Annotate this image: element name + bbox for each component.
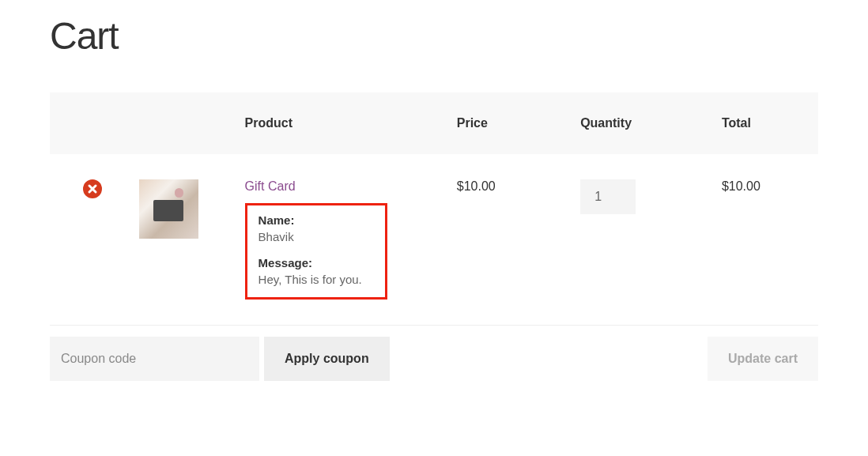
col-price-header: Price — [447, 92, 571, 154]
col-remove-header — [50, 92, 130, 154]
coupon-code-input[interactable] — [50, 337, 259, 381]
col-total-header: Total — [712, 92, 818, 154]
update-cart-button[interactable]: Update cart — [708, 337, 818, 381]
apply-coupon-button[interactable]: Apply coupon — [264, 337, 390, 381]
meta-name-label: Name: — [259, 213, 374, 227]
page-title: Cart — [50, 14, 818, 58]
product-thumbnail[interactable] — [139, 179, 198, 239]
product-meta-box: Name: Bhavik Message: Hey, This is for y… — [245, 203, 387, 300]
cart-actions: Apply coupon Update cart — [50, 337, 818, 381]
cart-header-row: Product Price Quantity Total — [50, 92, 818, 154]
meta-message-label: Message: — [259, 256, 374, 269]
meta-message: Message: Hey, This is for you. — [259, 256, 374, 286]
item-total: $10.00 — [722, 179, 760, 193]
col-thumb-header — [130, 92, 236, 154]
remove-item-button[interactable] — [83, 179, 102, 198]
meta-name: Name: Bhavik — [259, 213, 374, 243]
col-product-header: Product — [236, 92, 447, 154]
meta-message-value: Hey, This is for you. — [259, 273, 374, 286]
coupon-row: Apply coupon — [50, 337, 390, 381]
cart-table: Product Price Quantity Total — [50, 92, 818, 326]
item-price: $10.00 — [457, 179, 496, 193]
meta-name-value: Bhavik — [259, 230, 374, 243]
remove-icon — [83, 179, 102, 198]
product-name-link[interactable]: Gift Card — [245, 179, 438, 194]
quantity-input[interactable] — [580, 179, 636, 214]
col-quantity-header: Quantity — [571, 92, 712, 154]
cart-item-row: Gift Card Name: Bhavik Message: Hey, Thi… — [50, 154, 818, 326]
